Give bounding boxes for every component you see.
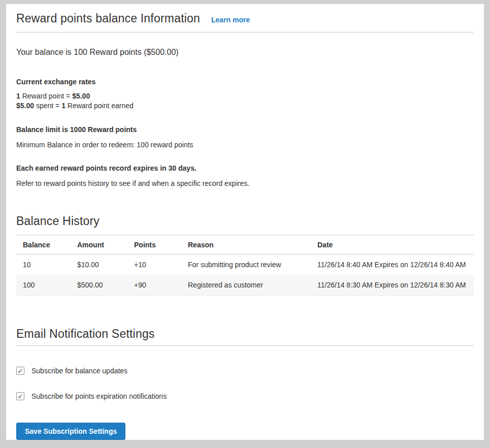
rate2-suffix: Reward point earned [66, 102, 134, 110]
rate1-points: 1 [16, 92, 20, 100]
page-header: Reward points balance Information Learn … [16, 11, 474, 33]
column-header-amount: Amount [71, 235, 127, 254]
check-icon: ✓ [18, 393, 23, 399]
cell-points: +10 [127, 254, 181, 275]
expiration-notifications-option: ✓ Subscribe for points expiration notifi… [16, 392, 474, 401]
exchange-rates-heading: Current exchange rates [16, 77, 474, 86]
column-header-date: Date [311, 235, 474, 254]
exchange-rate-line-1: 1 Reward point = $5.00 [16, 91, 474, 101]
cell-points: +90 [127, 275, 181, 296]
exchange-rate-line-2: $5.00 spent = 1 Reward point earned [16, 101, 474, 111]
expiration-note-text: Refer to reward points history to see if… [16, 179, 474, 188]
balance-history-table: Balance Amount Points Reason Date 10 $10… [16, 235, 474, 296]
balance-history-heading: Balance History [16, 213, 474, 229]
balance-limit-text: Balance limit is 1000 Reward points [16, 125, 474, 134]
minimum-balance-text: Minimum Balance in order to redeem: 100 … [16, 140, 474, 149]
balance-updates-label[interactable]: Subscribe for balance updates [31, 366, 127, 375]
cell-reason: For submitting product review [181, 254, 311, 275]
reward-points-panel: Reward points balance Information Learn … [6, 4, 484, 440]
rate1-text: Reward point = [20, 92, 72, 100]
balance-updates-option: ✓ Subscribe for balance updates [16, 366, 474, 375]
rate2-text: spent = [34, 102, 61, 110]
learn-more-link[interactable]: Learn more [211, 16, 250, 24]
table-row: 10 $10.00 +10 For submitting product rev… [16, 254, 474, 275]
email-settings-heading: Email Notification Settings [16, 326, 474, 346]
column-header-balance: Balance [16, 235, 71, 254]
column-header-points: Points [127, 235, 181, 254]
balance-summary: Your balance is 100 Reward points ($500.… [16, 47, 474, 58]
cell-date: 11/26/14 8:40 AM Expires on 12/26/14 8:4… [311, 254, 474, 275]
page-background: Reward points balance Information Learn … [0, 0, 490, 448]
cell-date: 11/26/14 8:30 AM Expires on 12/26/14 8:3… [311, 275, 474, 296]
rate2-points: 1 [61, 102, 66, 110]
cell-balance: 100 [16, 275, 71, 296]
cell-balance: 10 [16, 254, 71, 275]
column-header-reason: Reason [181, 235, 311, 254]
table-row: 100 $500.00 +90 Registered as customer 1… [16, 275, 474, 296]
cell-reason: Registered as customer [181, 275, 311, 296]
balance-history-table-body: 10 $10.00 +10 For submitting product rev… [16, 254, 474, 296]
page-title: Reward points balance Information [16, 11, 200, 25]
balance-updates-checkbox[interactable]: ✓ [16, 367, 24, 375]
balance-history-table-head: Balance Amount Points Reason Date [16, 235, 474, 254]
exchange-rates: 1 Reward point = $5.00 $5.00 spent = 1 R… [16, 91, 474, 111]
cell-amount: $500.00 [71, 275, 127, 296]
save-subscription-settings-button[interactable]: Save Subscription Settings [16, 423, 125, 440]
expiration-rule-text: Each earned reward points record expires… [16, 164, 474, 173]
header-row: Balance Amount Points Reason Date [16, 235, 474, 254]
rate1-amount: $5.00 [72, 92, 90, 100]
cell-amount: $10.00 [71, 254, 127, 275]
check-icon: ✓ [18, 367, 23, 374]
expiration-notifications-checkbox[interactable]: ✓ [16, 392, 24, 400]
rate2-amount: $5.00 [16, 102, 34, 110]
expiration-notifications-label[interactable]: Subscribe for points expiration notifica… [31, 392, 167, 401]
